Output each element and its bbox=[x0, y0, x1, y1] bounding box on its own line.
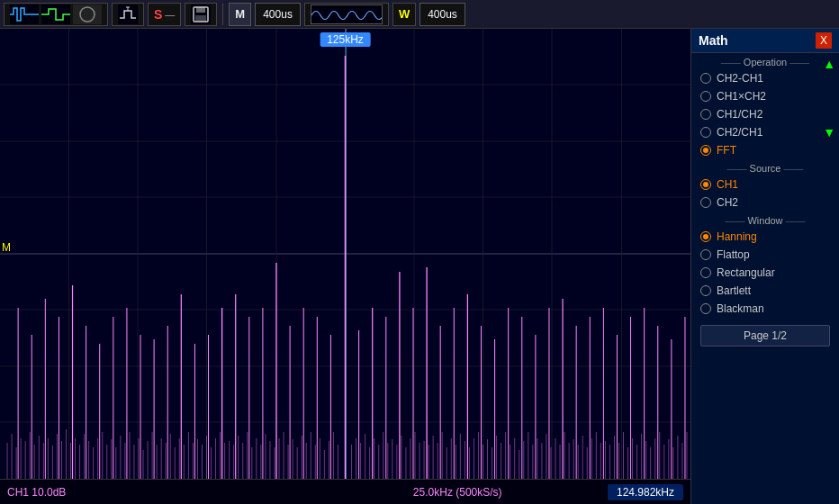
channel-icons[interactable] bbox=[4, 3, 108, 26]
win-hanning[interactable]: Hanning bbox=[691, 228, 839, 246]
panel-header: Math X bbox=[691, 29, 839, 53]
ref-wave-icon bbox=[73, 4, 102, 24]
win-rectangular[interactable]: Rectangular bbox=[691, 264, 839, 282]
timebase2[interactable]: 400us bbox=[420, 3, 465, 26]
freq-marker: 125kHz bbox=[320, 32, 371, 47]
timebase1-value: 400us bbox=[263, 8, 293, 21]
radio-blackman bbox=[700, 303, 711, 314]
cursor-line bbox=[346, 29, 347, 479]
op-ch1xch2[interactable]: CH1×CH2 bbox=[691, 87, 839, 105]
operation-arrow-right: ▲ bbox=[823, 57, 835, 71]
ch1-wave-icon bbox=[10, 4, 39, 24]
win-blackman[interactable]: Blackman bbox=[691, 300, 839, 318]
w-label: W bbox=[399, 7, 410, 21]
scope-status-bar: CH1 10.0dB 25.0kHz (500kS/s) 124.982kHz bbox=[0, 479, 690, 504]
source-section-label: Source bbox=[691, 159, 839, 176]
ch2ch1-arrow-down: ▼ bbox=[823, 125, 835, 140]
freq-status: 25.0kHz (500kS/s) bbox=[307, 486, 607, 499]
measure-status: 124.982kHz bbox=[608, 484, 683, 500]
radio-src-ch2 bbox=[700, 197, 711, 208]
radio-fft bbox=[700, 145, 711, 156]
window-section-label: Window bbox=[691, 212, 839, 228]
main-area: 125kHz M bbox=[0, 29, 839, 504]
ch2-wave-icon bbox=[41, 4, 70, 24]
radio-ch2-ch1 bbox=[700, 73, 711, 84]
scope-display[interactable]: 125kHz M bbox=[0, 29, 690, 504]
panel-title: Math bbox=[699, 33, 728, 48]
s-label-item[interactable]: S — bbox=[148, 3, 181, 26]
ch1-status: CH1 10.0dB bbox=[7, 486, 307, 499]
s-label: S bbox=[154, 7, 162, 22]
pulse-icon bbox=[118, 4, 138, 24]
radio-src-ch1 bbox=[700, 179, 711, 190]
radio-bartlett bbox=[700, 285, 711, 296]
op-ch2-ch1[interactable]: CH2-CH1 bbox=[691, 69, 839, 87]
page-button[interactable]: Page 1/2 bbox=[700, 325, 830, 346]
svg-rect-9 bbox=[196, 7, 205, 13]
dash-label: — bbox=[165, 9, 175, 20]
radio-ch1xch2 bbox=[700, 91, 711, 102]
win-bartlett[interactable]: Bartlett bbox=[691, 282, 839, 300]
wave-preview-box bbox=[311, 4, 383, 24]
save-icon-item[interactable] bbox=[185, 3, 217, 26]
radio-ch1/ch2 bbox=[700, 109, 711, 120]
win-flattop[interactable]: Flattop bbox=[691, 246, 839, 264]
trigger-wave-preview[interactable] bbox=[304, 3, 389, 26]
radio-hanning bbox=[700, 231, 711, 242]
sep1 bbox=[222, 4, 223, 25]
panel-close-button[interactable]: X bbox=[816, 32, 832, 49]
radio-flattop bbox=[700, 249, 711, 260]
timebase2-value: 400us bbox=[428, 8, 457, 21]
trigger-wave-svg bbox=[311, 5, 383, 24]
save-icon bbox=[191, 4, 211, 24]
right-panel: Math X Operation ▲ CH2-CH1 CH1×CH2 CH1/C… bbox=[690, 29, 839, 504]
m-trigger-text: M bbox=[235, 7, 245, 21]
w-label-item[interactable]: W bbox=[392, 3, 416, 26]
op-ch2/ch1[interactable]: CH2/CH1 ▼ bbox=[691, 123, 839, 141]
trigger-m-label[interactable]: M bbox=[229, 3, 251, 26]
svg-rect-11 bbox=[311, 5, 383, 24]
operation-section-label: Operation ▲ bbox=[691, 53, 839, 69]
src-ch1[interactable]: CH1 bbox=[691, 176, 839, 194]
op-ch1/ch2[interactable]: CH1/CH2 bbox=[691, 105, 839, 123]
radio-rectangular bbox=[700, 267, 711, 278]
src-ch2[interactable]: CH2 bbox=[691, 194, 839, 212]
trigger-icon-item[interactable] bbox=[112, 3, 144, 26]
radio-ch2/ch1 bbox=[700, 127, 711, 138]
svg-rect-10 bbox=[195, 15, 206, 22]
op-fft[interactable]: FFT bbox=[691, 141, 839, 159]
timebase1[interactable]: 400us bbox=[255, 3, 301, 26]
toolbar: S — M 400us W 400us bbox=[0, 0, 839, 29]
